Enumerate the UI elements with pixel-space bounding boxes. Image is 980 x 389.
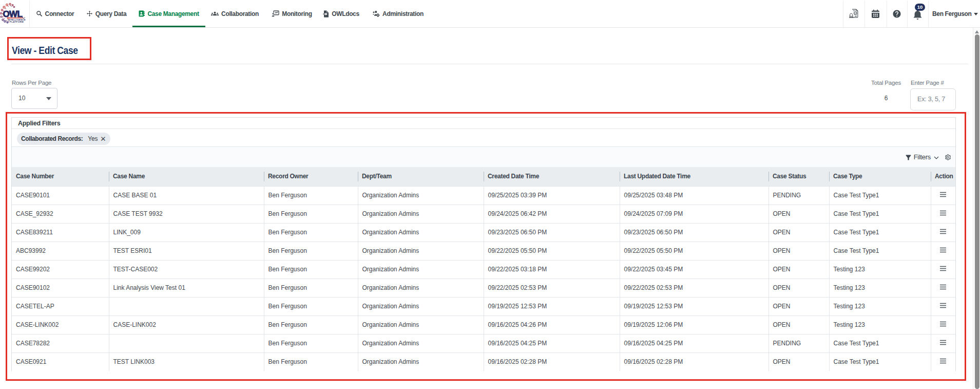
svg-text:PLATFORM: PLATFORM [10,21,24,23]
